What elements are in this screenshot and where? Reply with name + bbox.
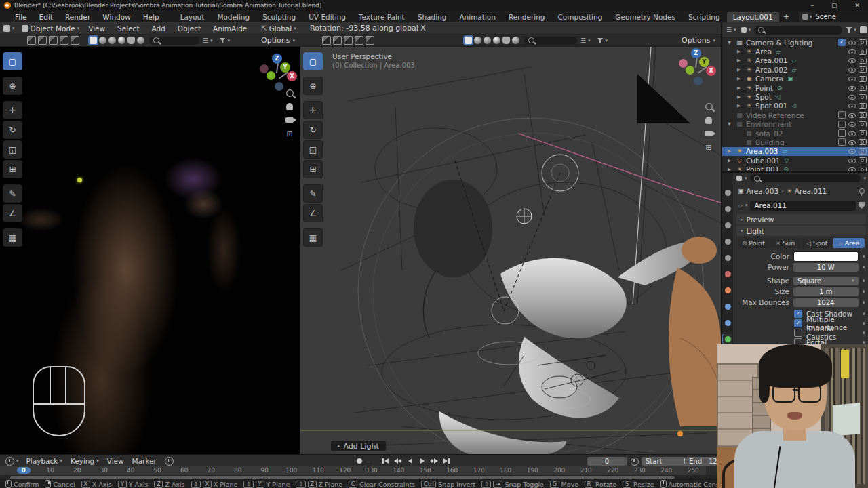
properties-tab-object[interactable] bbox=[723, 285, 732, 295]
display-list-dropdown[interactable]: ☰▾ bbox=[199, 37, 216, 44]
axis-z-ball[interactable]: Z bbox=[272, 54, 282, 64]
outliner-row[interactable]: ▦ Building ✓ bbox=[722, 138, 868, 146]
size-field[interactable]: 1 m bbox=[793, 287, 859, 296]
axis-neg-y-ball[interactable] bbox=[686, 66, 694, 75]
workspace-tab[interactable]: Modeling bbox=[211, 12, 256, 22]
clock-icon[interactable] bbox=[165, 457, 174, 466]
tool-scale[interactable]: ◱ bbox=[3, 140, 22, 159]
outliner-row[interactable]: ▶ ☀ Area.001 ▱ ✓ bbox=[722, 56, 868, 65]
hide-in-viewport-eye-icon[interactable] bbox=[848, 166, 856, 171]
disable-in-render-camera-icon[interactable] bbox=[859, 66, 867, 73]
perspective-toggle-icon[interactable]: ⊞ bbox=[286, 129, 292, 138]
play-button[interactable] bbox=[417, 457, 427, 466]
solid-shading-icon[interactable] bbox=[99, 37, 106, 44]
animate-dot[interactable] bbox=[863, 279, 865, 282]
hide-in-viewport-eye-icon[interactable] bbox=[848, 94, 856, 100]
expand-arrow-icon[interactable]: ▶ bbox=[737, 94, 745, 100]
mode-selector[interactable]: Object Mode▾ bbox=[18, 24, 83, 33]
workspace-tab[interactable]: Layout.001 bbox=[727, 12, 779, 22]
tool-measure[interactable]: ∠ bbox=[3, 204, 22, 222]
zoom-view-icon[interactable] bbox=[286, 89, 294, 97]
frame-start-field[interactable]: Start0 bbox=[642, 457, 692, 466]
hide-in-viewport-eye-icon[interactable] bbox=[848, 139, 856, 146]
select-mode-subtract-icon[interactable] bbox=[49, 36, 58, 45]
current-frame-field[interactable]: 0 bbox=[587, 457, 627, 466]
properties-tab-view-layer[interactable] bbox=[723, 237, 732, 246]
expand-arrow-icon[interactable]: ▶ bbox=[728, 148, 735, 154]
wireframe-canvas[interactable]: User Perspective (0) Collection | Area.0… bbox=[300, 47, 721, 454]
tool-cursor[interactable]: ⊕ bbox=[3, 77, 22, 95]
axis-x-ball[interactable]: X bbox=[287, 71, 297, 81]
search-input[interactable] bbox=[524, 37, 577, 45]
shape-dropdown[interactable]: Square▾ bbox=[793, 277, 859, 285]
pin-id-icon[interactable] bbox=[859, 188, 865, 194]
rendered-shading-icon[interactable] bbox=[118, 37, 125, 44]
data-name-field[interactable]: Area.011 bbox=[750, 201, 856, 211]
disable-in-render-camera-icon[interactable] bbox=[859, 130, 867, 136]
timeline-menu[interactable]: View▾ bbox=[103, 457, 128, 465]
properties-tab-tool[interactable] bbox=[723, 188, 732, 197]
expand-arrow-icon[interactable]: ▼ bbox=[728, 40, 735, 45]
toggle-xray-icon[interactable] bbox=[465, 37, 472, 44]
disable-in-render-camera-icon[interactable] bbox=[859, 58, 867, 64]
breadcrumb-data[interactable]: Area.011 bbox=[795, 187, 827, 195]
collection-checkbox[interactable]: ✓ bbox=[838, 121, 846, 128]
disable-in-render-camera-icon[interactable] bbox=[859, 39, 867, 45]
add-workspace-button[interactable]: + bbox=[779, 12, 793, 22]
material-preview-icon[interactable] bbox=[108, 37, 116, 44]
outliner-row[interactable]: ▶ ☀ Area.003 ▱ ✓ bbox=[722, 147, 868, 156]
expand-arrow-icon[interactable]: ▶ bbox=[737, 49, 745, 54]
disable-in-render-camera-icon[interactable] bbox=[859, 112, 867, 118]
animate-dot[interactable] bbox=[863, 301, 865, 304]
toggle-xray-icon[interactable] bbox=[90, 37, 97, 44]
filter-dropdown[interactable]: ▾ bbox=[594, 38, 612, 43]
collection-checkbox[interactable]: ✓ bbox=[838, 138, 846, 146]
tool-cursor[interactable]: ⊕ bbox=[303, 77, 323, 95]
checkbox[interactable]: ✓ bbox=[794, 319, 802, 327]
axis-z-ball[interactable]: Z bbox=[691, 48, 701, 58]
hide-in-viewport-eye-icon[interactable] bbox=[848, 48, 856, 55]
viewport-menu[interactable]: Add bbox=[146, 23, 171, 34]
viewport-menu[interactable]: View bbox=[83, 23, 111, 34]
outliner-row[interactable]: ▼ ▦ Camera & Lighting ✓ bbox=[722, 38, 868, 47]
editor-type-button[interactable]: ▾ bbox=[0, 25, 18, 32]
disable-in-render-camera-icon[interactable] bbox=[859, 49, 867, 55]
workspace-tab[interactable]: Texture Paint bbox=[353, 12, 411, 22]
disable-in-render-camera-icon[interactable] bbox=[859, 167, 867, 171]
timeline-menu[interactable]: Keying▾ bbox=[66, 457, 103, 465]
disable-in-render-camera-icon[interactable] bbox=[859, 139, 867, 145]
search-input[interactable] bbox=[149, 37, 199, 45]
tool-add-cube[interactable]: ▦ bbox=[303, 228, 323, 247]
light-type-button[interactable]: ◁Spot bbox=[802, 238, 833, 248]
hide-in-viewport-eye-icon[interactable] bbox=[848, 112, 856, 119]
outliner-row[interactable]: ▶ ☀ Area.002 ▱ ✓ bbox=[722, 65, 868, 74]
next-keyframe-button[interactable] bbox=[429, 457, 439, 466]
select-mode-intersect-icon[interactable] bbox=[71, 36, 79, 45]
hide-in-viewport-eye-icon[interactable] bbox=[848, 39, 856, 46]
editor-type-icon[interactable] bbox=[736, 176, 742, 181]
animate-dot[interactable] bbox=[863, 266, 865, 268]
camera-view-icon[interactable] bbox=[705, 131, 713, 136]
editor-type-button[interactable]: ▾ bbox=[3, 457, 21, 466]
scene-name[interactable]: Scene bbox=[815, 13, 836, 20]
workspace-tab[interactable]: Compositing bbox=[552, 12, 609, 22]
transform-orientation-selector[interactable]: ⇱Global▾ bbox=[258, 24, 299, 33]
pan-hand-icon[interactable] bbox=[705, 117, 712, 124]
workspace-tab[interactable]: Animation bbox=[453, 12, 502, 22]
tool-scale[interactable]: ◱ bbox=[303, 140, 323, 159]
light-type-button[interactable]: ☀Sun bbox=[770, 238, 801, 248]
play-reverse-button[interactable] bbox=[405, 457, 415, 466]
select-mode-extend-icon[interactable] bbox=[38, 36, 47, 45]
disable-in-render-camera-icon[interactable] bbox=[859, 76, 867, 82]
new-collection-icon[interactable] bbox=[860, 26, 867, 33]
collection-checkbox[interactable]: ✓ bbox=[838, 39, 846, 46]
collection-checkbox[interactable]: ✓ bbox=[838, 111, 846, 119]
tool-transform[interactable]: ⊞ bbox=[303, 160, 323, 178]
overlays-toggle-icon[interactable] bbox=[502, 37, 510, 44]
outliner-search-input[interactable] bbox=[754, 26, 842, 35]
hide-in-viewport-eye-icon[interactable] bbox=[848, 157, 856, 164]
outliner-row[interactable]: ▼ ▦ Environment ✓ bbox=[722, 120, 868, 129]
expand-arrow-icon[interactable]: ▶ bbox=[737, 67, 745, 73]
disable-in-render-camera-icon[interactable] bbox=[859, 121, 867, 127]
properties-search-input[interactable] bbox=[750, 174, 861, 182]
